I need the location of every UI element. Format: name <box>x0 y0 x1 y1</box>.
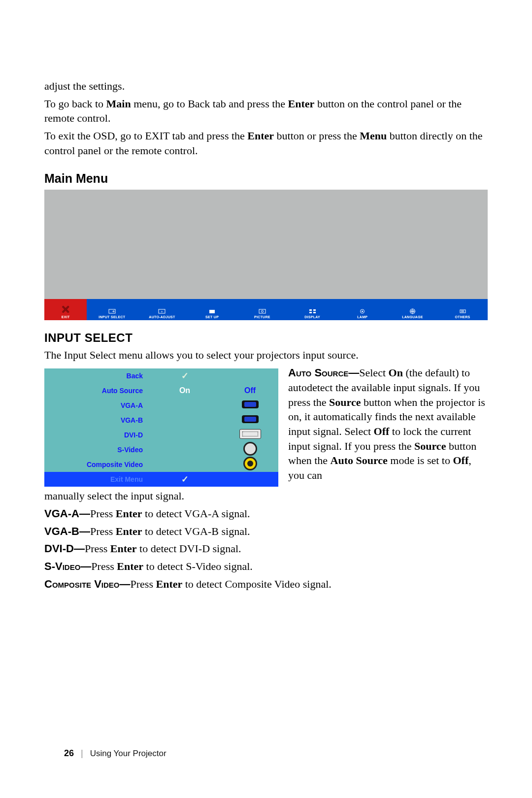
svg-rect-6 <box>309 309 312 311</box>
svg-rect-8 <box>309 312 312 313</box>
tab-language[interactable]: LANGUAGE <box>388 299 438 320</box>
text-bold: Source <box>329 396 361 408</box>
text: Press <box>90 507 116 520</box>
page-number: 26 <box>64 748 74 758</box>
menu-label: Composite Video <box>44 461 148 468</box>
text-bold: Off <box>453 454 468 466</box>
paragraph-input-select-intro: The Input Select menu allows you to sele… <box>44 348 488 363</box>
text-bold: Enter <box>288 98 315 110</box>
text-bold: Source <box>414 440 446 452</box>
text: to detect Composite Video signal. <box>182 578 332 590</box>
tab-exit[interactable]: ✕ EXIT <box>44 299 87 320</box>
text-bold: Auto Source <box>331 454 388 466</box>
term-label: S-Video— <box>44 560 91 572</box>
option-on[interactable]: On <box>148 386 222 395</box>
text: Select <box>359 366 388 379</box>
option-off[interactable]: Off <box>222 386 278 395</box>
footer-separator: | <box>81 748 83 758</box>
tab-display[interactable]: DISPLAY <box>287 299 337 320</box>
picture-icon <box>259 308 266 314</box>
menu-row-composite[interactable]: Composite Video <box>44 457 278 472</box>
menu-label: VGA-B <box>44 416 148 424</box>
menu-label: DVI-D <box>44 431 148 439</box>
menu-row-exit[interactable]: Exit Menu ✓ <box>44 472 278 487</box>
text: to detect DVI-D signal. <box>137 542 241 555</box>
svg-rect-13 <box>460 310 466 313</box>
text: To go back to <box>44 98 106 110</box>
text-bold: Enter <box>117 560 143 572</box>
main-menu-screenshot: ✕ EXIT INPUT SELECT + AUTO-ADJUST SET UP… <box>44 190 488 320</box>
text-bold: Enter <box>247 130 274 142</box>
text: mode is set to <box>388 454 453 466</box>
tab-label: LANGUAGE <box>402 315 423 319</box>
text: Press <box>90 525 116 537</box>
svg-rect-4 <box>259 309 266 313</box>
menu-label: VGA-A <box>44 401 148 409</box>
menu-row-vga-a[interactable]: VGA-A <box>44 398 278 413</box>
tab-label: EXIT <box>62 315 70 319</box>
text-bold: Enter <box>116 525 142 537</box>
svg-point-11 <box>362 311 363 312</box>
term-label: DVI-D— <box>44 542 85 555</box>
svg-rect-9 <box>313 312 316 313</box>
text-bold: Off <box>374 425 390 437</box>
text: button or press the <box>274 130 360 142</box>
display-icon <box>309 308 316 314</box>
dvi-port-icon <box>239 429 261 439</box>
lamp-icon <box>359 308 366 314</box>
tab-lamp[interactable]: LAMP <box>337 299 388 320</box>
line-vga-b: VGA-B—Press Enter to detect VGA-B signal… <box>44 524 488 539</box>
tab-picture[interactable]: PICTURE <box>237 299 288 320</box>
paragraph-go-back: To go back to Main menu, go to Back tab … <box>44 97 488 126</box>
menu-label: S-Video <box>44 446 148 454</box>
menu-row-dvi-d[interactable]: DVI-D <box>44 428 278 442</box>
tab-input-select[interactable]: INPUT SELECT <box>87 299 137 320</box>
vga-port-icon <box>242 415 259 423</box>
menu-label: Exit Menu <box>44 475 148 483</box>
tab-auto-adjust[interactable]: + AUTO-ADJUST <box>137 299 187 320</box>
menu-label: Auto Source <box>44 387 148 395</box>
menu-row-s-video[interactable]: S-Video <box>44 442 278 457</box>
paragraph-exit-osd: To exit the OSD, go to EXIT tab and pres… <box>44 129 488 158</box>
text: to detect VGA-B signal. <box>142 525 250 537</box>
tab-label: INPUT SELECT <box>99 315 125 319</box>
text-bold: Enter <box>110 542 137 555</box>
text: Press <box>85 542 110 555</box>
line-vga-a: VGA-A—Press Enter to detect VGA-A signal… <box>44 506 488 521</box>
term-label: Composite Video— <box>44 578 131 590</box>
text: To exit the OSD, go to EXIT tab and pres… <box>44 130 247 142</box>
paragraph-adjust: adjust the settings. <box>44 79 488 94</box>
tab-set-up[interactable]: SET UP <box>187 299 237 320</box>
check-icon: ✓ <box>181 474 189 484</box>
text: to detect S-Video signal. <box>143 560 253 572</box>
text-bold: Menu <box>360 130 387 142</box>
others-icon <box>459 308 466 314</box>
line-composite: Composite Video—Press Enter to detect Co… <box>44 577 488 592</box>
term-label: VGA-B— <box>44 525 90 537</box>
text: to detect VGA-A signal. <box>142 507 250 520</box>
tab-others[interactable]: OTHERS <box>437 299 488 320</box>
menu-label: Back <box>44 372 148 380</box>
close-icon: ✕ <box>61 304 70 315</box>
menu-row-auto-source[interactable]: Auto Source On Off <box>44 383 278 398</box>
heading-main-menu: Main Menu <box>44 171 488 186</box>
tab-label: DISPLAY <box>304 315 320 319</box>
line-dvi-d: DVI-D—Press Enter to detect DVI-D signal… <box>44 541 488 556</box>
text-bold: On <box>389 366 403 379</box>
menu-row-vga-b[interactable]: VGA-B <box>44 413 278 428</box>
globe-icon <box>409 308 416 314</box>
s-video-port-icon <box>243 442 257 456</box>
input-select-icon <box>108 308 116 314</box>
vga-port-icon <box>242 400 259 408</box>
svg-text:+: + <box>161 309 164 314</box>
svg-rect-3 <box>209 310 215 313</box>
line-s-video: S-Video—Press Enter to detect S-Video si… <box>44 559 488 574</box>
menu-row-back[interactable]: Back ✓ <box>44 368 278 383</box>
tab-label: LAMP <box>357 315 367 319</box>
text: Press <box>131 578 156 590</box>
composite-port-icon <box>243 457 257 470</box>
osd-tab-bar: ✕ EXIT INPUT SELECT + AUTO-ADJUST SET UP… <box>44 299 488 320</box>
text: menu, go to Back tab and press the <box>131 98 288 110</box>
section-name: Using Your Projector <box>90 749 166 758</box>
term-label: Auto Source— <box>288 366 359 379</box>
